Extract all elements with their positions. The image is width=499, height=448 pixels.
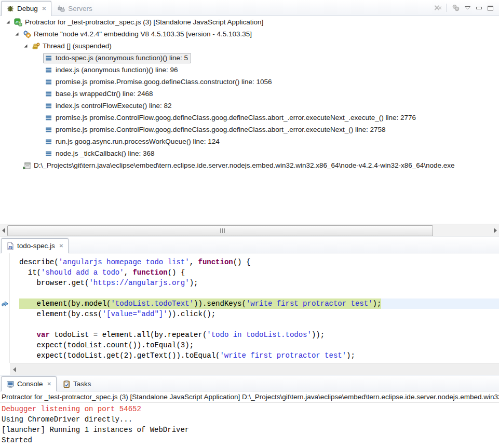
tree-node[interactable]: Remote "node v4.2.4" embedding V8 4.5.10… bbox=[21, 29, 255, 39]
tree-node[interactable]: D:\_Projects\git\tern.java\eclipse\embed… bbox=[21, 160, 458, 171]
tree-item-label: promise.js promise.ControlFlow.goog.defi… bbox=[56, 126, 386, 133]
remove-all-terminated-icon[interactable] bbox=[433, 4, 441, 12]
string-token: 'write first protractor test' bbox=[220, 351, 346, 360]
debug-tree-row[interactable]: base.js wrappedCtr() line: 2468 bbox=[0, 88, 499, 100]
debug-tree-row[interactable]: promise.js promise.ControlFlow.goog.defi… bbox=[0, 112, 499, 124]
tree-item-label: node.js _tickCallback() line: 368 bbox=[56, 150, 155, 157]
remote-gears-icon bbox=[23, 30, 31, 38]
tasks-icon bbox=[62, 380, 71, 388]
code-token: () { bbox=[168, 268, 185, 277]
tree-expand-arrow-icon[interactable] bbox=[21, 44, 30, 48]
js-app-icon: JS bbox=[14, 18, 22, 26]
scrollbar-thumb[interactable] bbox=[7, 225, 433, 236]
js-file-icon: JS bbox=[6, 242, 15, 250]
debug-tree-row[interactable]: D:\_Projects\git\tern.java\eclipse\embed… bbox=[0, 159, 499, 171]
code-line-current[interactable]: element(by.model('todoList.todoText')).s… bbox=[10, 298, 499, 309]
console-output[interactable]: Debugger listening on port 54652Using Ch… bbox=[0, 403, 499, 445]
code-line[interactable]: expect(todoList.count()).toEqual(3); bbox=[10, 340, 499, 350]
tree-node[interactable]: promise.js promise.ControlFlow.goog.defi… bbox=[43, 113, 419, 123]
tree-node[interactable]: index.js (anonymous function)() line: 96 bbox=[43, 65, 181, 75]
view-menu-icon[interactable] bbox=[464, 6, 471, 10]
tree-item-label: base.js wrappedCtr() line: 2468 bbox=[56, 90, 153, 98]
debug-tree-row[interactable]: node.js _tickCallback() line: 368 bbox=[0, 147, 499, 159]
debug-tree-row[interactable]: JSProtractor for _test-protractor_spec.j… bbox=[0, 16, 499, 28]
debug-tree-row[interactable]: promise.js promise.Promise.goog.defineCl… bbox=[0, 76, 499, 88]
code-token: element(by.css( bbox=[19, 310, 102, 318]
debug-tree-row[interactable]: Thread [] (suspended) bbox=[0, 40, 499, 52]
disconnect-icon[interactable] bbox=[451, 4, 460, 12]
string-token: 'todo in todoList.todos' bbox=[207, 331, 312, 339]
debug-tree-row[interactable]: promise.js promise.ControlFlow.goog.defi… bbox=[0, 124, 499, 135]
console-view: Console ✕ Tasks Protractor for _test-pro… bbox=[0, 375, 499, 448]
servers-icon bbox=[57, 5, 65, 13]
tab-servers[interactable]: Servers bbox=[52, 2, 97, 16]
tree-node[interactable]: Thread [] (suspended) bbox=[30, 41, 115, 51]
debug-tree: JSProtractor for _test-protractor_spec.j… bbox=[0, 16, 499, 224]
code-line[interactable]: var todoList = element.all(by.repeater('… bbox=[10, 330, 499, 340]
code-area[interactable]: describe('angularjs homepage todo list',… bbox=[10, 253, 499, 363]
string-token: 'should add a todo' bbox=[41, 268, 124, 277]
console-output-line: [launcher] Running 1 instances of WebDri… bbox=[2, 425, 499, 435]
selected-stack-frame[interactable]: todo-spec.js (anonymous function)() line… bbox=[43, 53, 191, 63]
debug-tree-row[interactable]: index.js (anonymous function)() line: 96 bbox=[0, 64, 499, 76]
debug-tree-row[interactable]: Remote "node v4.2.4" embedding V8 4.5.10… bbox=[0, 28, 499, 40]
code-token: , bbox=[190, 258, 198, 266]
tree-node[interactable]: run.js goog.async.run.processWorkQueue()… bbox=[43, 137, 223, 147]
current-line-highlight bbox=[381, 298, 499, 309]
maximize-icon[interactable] bbox=[487, 5, 494, 11]
code-line[interactable] bbox=[10, 319, 499, 330]
tab-label: Console bbox=[17, 380, 43, 388]
tab-tasks[interactable]: Tasks bbox=[58, 377, 96, 391]
code-line[interactable]: element(by.css('[value="add"]')).click()… bbox=[10, 309, 499, 319]
stack-frame-icon bbox=[45, 66, 53, 74]
code-line[interactable] bbox=[10, 288, 499, 298]
scroll-right-arrow-icon[interactable] bbox=[494, 228, 497, 233]
code-line[interactable]: describe('angularjs homepage todo list',… bbox=[10, 257, 499, 267]
debug-tree-row[interactable]: index.js controlFlowExecute() line: 82 bbox=[0, 100, 499, 112]
close-icon[interactable]: ✕ bbox=[42, 6, 46, 11]
toolbar-separator bbox=[446, 4, 447, 12]
stack-frame-icon bbox=[45, 138, 53, 146]
code-token: ); bbox=[190, 279, 198, 287]
code-token: , bbox=[124, 268, 133, 277]
tree-node[interactable]: JSProtractor for _test-protractor_spec.j… bbox=[12, 17, 266, 28]
debug-tree-row[interactable]: todo-spec.js (anonymous function)() line… bbox=[0, 52, 499, 64]
string-token: 'https://angularjs.org' bbox=[89, 279, 189, 287]
editor-hscrollbar[interactable] bbox=[10, 363, 499, 375]
tab-console[interactable]: Console ✕ bbox=[1, 376, 57, 391]
tree-node[interactable]: node.js _tickCallback() line: 368 bbox=[43, 148, 158, 159]
instruction-pointer-icon bbox=[1, 301, 9, 307]
tree-expand-arrow-icon[interactable] bbox=[12, 32, 21, 36]
console-output-line: Using ChromeDriver directly... bbox=[2, 414, 499, 425]
debug-tree-row[interactable]: run.js goog.async.run.processWorkQueue()… bbox=[0, 135, 499, 147]
tree-expand-arrow-icon[interactable] bbox=[3, 20, 12, 24]
code-editor[interactable]: describe('angularjs homepage todo list',… bbox=[0, 253, 499, 363]
tree-item-label: index.js controlFlowExecute() line: 82 bbox=[56, 102, 172, 110]
minimize-icon[interactable] bbox=[476, 5, 482, 10]
tree-item-label: index.js (anonymous function)() line: 96 bbox=[56, 66, 178, 74]
code-token: todoList = element.all(by.repeater( bbox=[50, 331, 207, 339]
tab-todo-spec-js[interactable]: JS todo-spec.js ✕ bbox=[1, 238, 69, 253]
tree-item-label: D:\_Projects\git\tern.java\eclipse\embed… bbox=[34, 161, 455, 169]
debug-view: Debug ✕ Servers JSProtractor for _test-p… bbox=[0, 0, 499, 237]
console-process-title: Protractor for _test-protractor_spec.js … bbox=[0, 391, 499, 403]
debug-view-tabbar: Debug ✕ Servers bbox=[0, 0, 499, 16]
tree-node[interactable]: promise.js promise.Promise.goog.defineCl… bbox=[43, 77, 275, 87]
tree-node[interactable]: base.js wrappedCtr() line: 2468 bbox=[43, 89, 156, 99]
tree-node[interactable]: index.js controlFlowExecute() line: 82 bbox=[43, 101, 175, 111]
code-line[interactable]: it('should add a todo', function() { bbox=[10, 267, 499, 278]
debug-hscrollbar[interactable] bbox=[0, 224, 499, 237]
scroll-left-arrow-icon[interactable] bbox=[2, 228, 5, 233]
tree-node[interactable]: promise.js promise.ControlFlow.goog.defi… bbox=[43, 125, 389, 135]
code-line[interactable]: browser.get('https://angularjs.org'); bbox=[10, 278, 499, 288]
code-line[interactable]: expect(todoList.get(2).getText()).toEqua… bbox=[10, 350, 499, 361]
close-icon[interactable]: ✕ bbox=[59, 243, 63, 249]
scroll-left-arrow-icon[interactable] bbox=[13, 367, 16, 372]
close-icon[interactable]: ✕ bbox=[47, 381, 51, 387]
tab-debug[interactable]: Debug ✕ bbox=[1, 1, 51, 16]
stack-frame-icon bbox=[45, 90, 53, 98]
annotation-ruler[interactable] bbox=[0, 253, 10, 363]
stack-frame-icon bbox=[45, 150, 53, 158]
stack-frame-icon bbox=[45, 126, 53, 134]
tree-item-label: promise.js promise.Promise.goog.defineCl… bbox=[56, 78, 272, 86]
